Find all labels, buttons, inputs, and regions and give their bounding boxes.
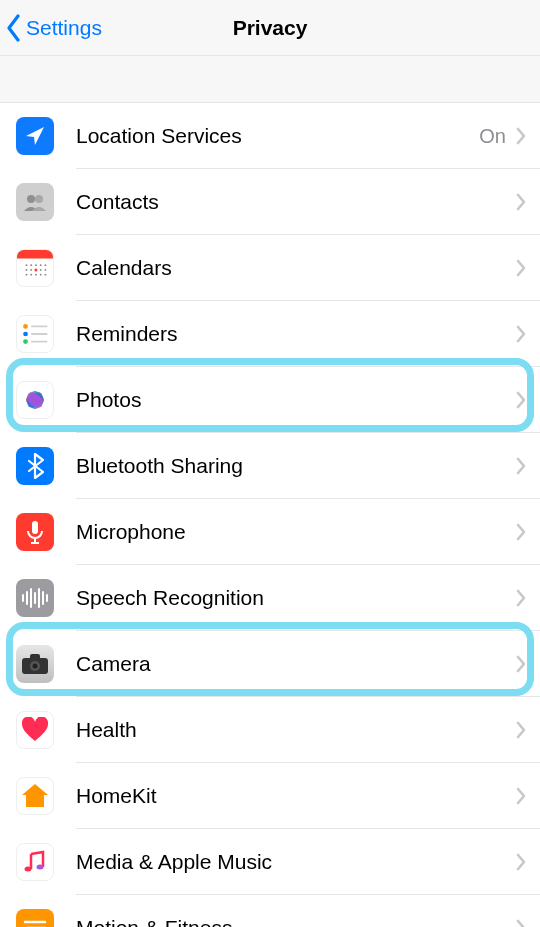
chevron-right-icon <box>516 127 526 145</box>
chevron-right-icon <box>516 919 526 927</box>
svg-point-11 <box>44 269 46 271</box>
row-location-services[interactable]: Location Services On <box>0 103 540 169</box>
calendars-icon <box>16 249 54 287</box>
chevron-right-icon <box>516 193 526 211</box>
camera-icon <box>16 645 54 683</box>
reminders-icon <box>16 315 54 353</box>
chevron-right-icon <box>516 655 526 673</box>
health-icon <box>16 711 54 749</box>
microphone-icon <box>16 513 54 551</box>
settings-list: Location Services On Contacts Calendars <box>0 102 540 927</box>
svg-point-46 <box>25 867 32 872</box>
location-icon <box>16 117 54 155</box>
row-label: Motion & Fitness <box>76 916 516 927</box>
row-speech-recognition[interactable]: Speech Recognition <box>0 565 540 631</box>
svg-point-10 <box>40 269 42 271</box>
svg-point-18 <box>23 324 28 329</box>
music-icon <box>16 843 54 881</box>
svg-point-15 <box>40 274 42 276</box>
row-label: Contacts <box>76 190 516 214</box>
chevron-right-icon <box>516 457 526 475</box>
svg-point-3 <box>26 264 28 266</box>
row-label: Camera <box>76 652 516 676</box>
chevron-right-icon <box>516 853 526 871</box>
chevron-right-icon <box>516 523 526 541</box>
row-label: Media & Apple Music <box>76 850 516 874</box>
row-photos[interactable]: Photos <box>0 367 540 433</box>
row-label: Microphone <box>76 520 516 544</box>
row-label: HomeKit <box>76 784 516 808</box>
svg-point-7 <box>44 264 46 266</box>
svg-point-14 <box>35 274 37 276</box>
row-label: Bluetooth Sharing <box>76 454 516 478</box>
svg-rect-2 <box>17 250 53 259</box>
row-health[interactable]: Health <box>0 697 540 763</box>
row-contacts[interactable]: Contacts <box>0 169 540 235</box>
back-chevron-icon <box>6 14 22 42</box>
row-motion-fitness[interactable]: Motion & Fitness <box>0 895 540 927</box>
row-label: Reminders <box>76 322 516 346</box>
row-label: Photos <box>76 388 516 412</box>
chevron-right-icon <box>516 589 526 607</box>
speech-icon <box>16 579 54 617</box>
svg-point-4 <box>30 264 32 266</box>
row-reminders[interactable]: Reminders <box>0 301 540 367</box>
svg-point-0 <box>27 195 35 203</box>
back-button[interactable]: Settings <box>6 0 102 55</box>
svg-point-8 <box>26 269 28 271</box>
svg-rect-32 <box>32 521 38 534</box>
page-title: Privacy <box>233 16 308 40</box>
row-value: On <box>479 125 506 148</box>
svg-point-20 <box>23 332 28 337</box>
svg-point-6 <box>40 264 42 266</box>
svg-point-5 <box>35 264 37 266</box>
chevron-right-icon <box>516 391 526 409</box>
photos-icon <box>16 381 54 419</box>
row-label: Location Services <box>76 124 479 148</box>
row-microphone[interactable]: Microphone <box>0 499 540 565</box>
svg-point-16 <box>44 274 46 276</box>
row-calendars[interactable]: Calendars <box>0 235 540 301</box>
row-label: Health <box>76 718 516 742</box>
svg-point-22 <box>23 339 28 344</box>
svg-rect-43 <box>30 654 40 660</box>
row-label: Calendars <box>76 256 516 280</box>
nav-bar: Settings Privacy <box>0 0 540 56</box>
section-gap <box>0 56 540 102</box>
row-camera[interactable]: Camera <box>0 631 540 697</box>
svg-point-47 <box>37 865 44 870</box>
chevron-right-icon <box>516 259 526 277</box>
back-label: Settings <box>26 16 102 40</box>
chevron-right-icon <box>516 325 526 343</box>
row-media-apple-music[interactable]: Media & Apple Music <box>0 829 540 895</box>
svg-point-45 <box>33 664 38 669</box>
motion-icon <box>16 909 54 927</box>
svg-point-12 <box>26 274 28 276</box>
contacts-icon <box>16 183 54 221</box>
row-bluetooth-sharing[interactable]: Bluetooth Sharing <box>0 433 540 499</box>
svg-point-9 <box>30 269 32 271</box>
homekit-icon <box>16 777 54 815</box>
bluetooth-icon <box>16 447 54 485</box>
row-homekit[interactable]: HomeKit <box>0 763 540 829</box>
svg-point-13 <box>30 274 32 276</box>
row-label: Speech Recognition <box>76 586 516 610</box>
svg-point-17 <box>34 268 37 271</box>
svg-point-1 <box>35 195 43 203</box>
chevron-right-icon <box>516 787 526 805</box>
chevron-right-icon <box>516 721 526 739</box>
